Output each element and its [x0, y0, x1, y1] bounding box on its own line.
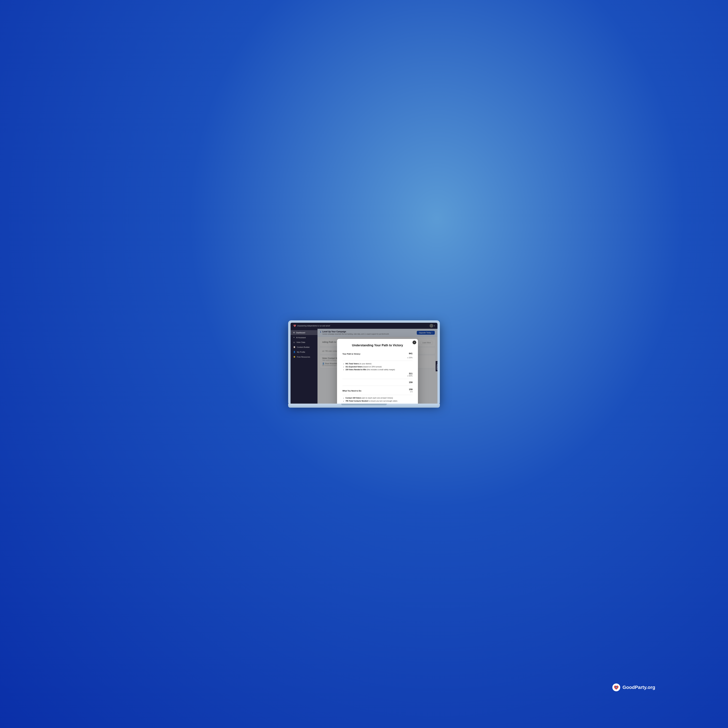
sidebar-item-my-profile[interactable]: 👤 My Profile [291, 350, 318, 355]
brand-tagline: empowering independents to run and serve… [297, 325, 330, 327]
laptop-base [288, 404, 440, 408]
content-area: ℹ Level Up Your Campaign Access campaign… [318, 329, 437, 404]
sidebar-item-label: Voter Data [297, 341, 305, 343]
section2-bullet-list: Contact 159 Voters (aim to reach each on… [343, 397, 413, 402]
divider1 [343, 361, 413, 361]
laptop-screen-inner: empowering independents to run and serve… [291, 323, 437, 404]
section1-number3: 159 [409, 381, 413, 384]
sidebar: ⊞ Dashboard ✦ AI Assistant 🗂 Voter Data [291, 329, 318, 404]
laptop-frame: empowering independents to run and serve… [288, 320, 440, 408]
section2-row2: 795 [343, 403, 413, 404]
modal-overlay: × Understanding Your Path to Victory You… [318, 329, 437, 404]
free-resources-icon: ⭐ [293, 356, 295, 358]
heart-logo-icon [293, 324, 296, 327]
main-layout: ⊞ Dashboard ✦ AI Assistant 🗂 Voter Data [291, 329, 437, 404]
sidebar-item-label: AI Assistant [296, 336, 306, 338]
bullet-item-3: 159 Votes Needed to Win (this includes a… [346, 369, 413, 371]
brand-area: empowering independents to run and serve… [293, 324, 330, 327]
section1-row2: 311 x 50% [343, 372, 413, 377]
section1-row3: 159 [343, 381, 413, 384]
multiplier1-text: x 33% [407, 356, 413, 359]
sidebar-item-label: My Profile [297, 351, 305, 353]
sidebar-item-label: Content Builder [297, 346, 310, 348]
dashboard-icon: ⊞ [293, 332, 295, 334]
content-builder-icon: 📋 [293, 346, 295, 348]
section1-multiplier2: x 50% [406, 375, 413, 377]
modal-section1-header: Your Path to Victory: 941 [343, 350, 413, 356]
goodparty-logo: GoodParty.org [612, 683, 655, 691]
section1-number1: 941 [409, 352, 413, 355]
ai-assistant-icon: ✦ [293, 336, 295, 338]
section1-multiplier1: x 33% [343, 356, 413, 359]
modal-title: Understanding Your Path to Victory [343, 344, 413, 347]
sidebar-item-free-resources[interactable]: ⭐ Free Resources [291, 355, 318, 359]
section1-number2: 311 [406, 372, 413, 375]
bullet-item-2: 311 Expected Voters (based on 33% turnou… [346, 366, 413, 368]
bullet-item-4: Contact 159 Voters (aim to reach each on… [346, 397, 413, 399]
section2-multiplier1: x 5 [406, 391, 413, 393]
top-bar-right: ▾ [430, 324, 435, 327]
sidebar-item-voter-data[interactable]: 🗂 Voter Data [291, 340, 318, 345]
top-bar: empowering independents to run and serve… [291, 323, 437, 329]
sidebar-item-label: Dashboard [296, 332, 305, 334]
goodparty-name: GoodParty.org [622, 685, 655, 690]
modal-close-button[interactable]: × [413, 341, 416, 344]
modal-section2-header: What You Need to Do: 159 x 5 [343, 387, 413, 393]
section1-bullet-list: 941 Total Voters (in your district) 311 … [343, 362, 413, 371]
bullet-item-5: 795 Total Contacts Needed to ensure you … [346, 400, 413, 402]
sidebar-item-ai-assistant[interactable]: ✦ AI Assistant [291, 335, 318, 340]
goodparty-heart-icon [612, 683, 621, 691]
feedback-tab[interactable]: ☆ Feedback [436, 361, 437, 371]
bullet-item-1: 941 Total Voters (in your district) [346, 362, 413, 365]
my-profile-icon: 👤 [293, 351, 295, 353]
feedback-star-icon: ☆ [436, 362, 437, 364]
app-container: empowering independents to run and serve… [291, 323, 437, 404]
chevron-down-icon: ▾ [434, 325, 435, 327]
modal-dialog: × Understanding Your Path to Victory You… [337, 339, 418, 404]
laptop-screen-outer: empowering independents to run and serve… [288, 320, 440, 404]
voter-data-icon: 🗂 [293, 341, 295, 343]
section2-label: What You Need to Do: [343, 390, 362, 392]
sidebar-item-content-builder[interactable]: 📋 Content Builder [291, 345, 318, 350]
feedback-label: Feedback [436, 364, 437, 370]
sidebar-item-label: Free Resources [297, 356, 310, 358]
divider2 [343, 379, 413, 379]
section1-label: Your Path to Victory: [343, 353, 361, 355]
sidebar-item-dashboard[interactable]: ⊞ Dashboard [291, 330, 318, 335]
avatar-button[interactable] [430, 324, 433, 327]
section2-number1: 159 [406, 388, 413, 391]
divider3 [343, 385, 413, 386]
